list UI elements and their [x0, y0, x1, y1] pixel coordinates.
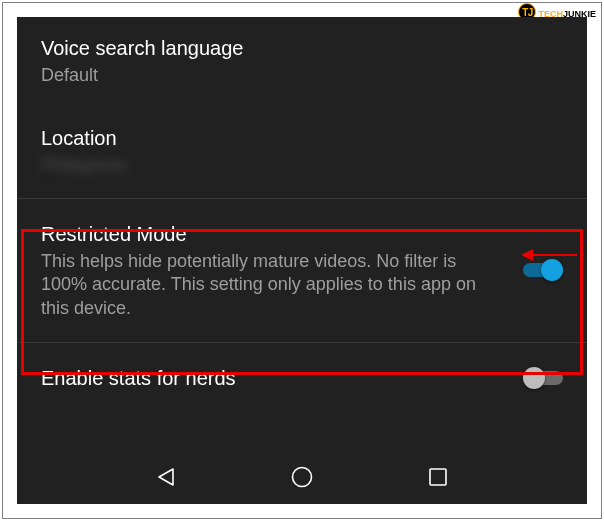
phone-screen: Voice search language Default Location P…: [17, 17, 587, 504]
settings-list: Voice search language Default Location P…: [17, 17, 587, 452]
triangle-back-icon: [155, 466, 177, 488]
setting-title: Location: [41, 125, 563, 152]
setting-value: Default: [41, 64, 563, 87]
setting-value-blurred: Philippines: [41, 154, 563, 177]
setting-title: Enable stats for nerds: [41, 365, 507, 392]
nav-recent-button[interactable]: [425, 464, 451, 490]
restricted-mode-toggle[interactable]: [523, 259, 563, 281]
setting-title: Restricted Mode: [41, 221, 507, 248]
nav-back-button[interactable]: [153, 464, 179, 490]
setting-restricted-mode[interactable]: Restricted Mode This helps hide potentia…: [17, 199, 587, 342]
setting-title: Voice search language: [41, 35, 563, 62]
svg-marker-2: [159, 469, 173, 485]
circle-home-icon: [290, 465, 314, 489]
setting-voice-search-language[interactable]: Voice search language Default: [17, 17, 587, 107]
svg-rect-4: [430, 469, 446, 485]
stats-for-nerds-toggle[interactable]: [523, 367, 563, 389]
nav-bar: [17, 452, 587, 504]
nav-home-button[interactable]: [289, 464, 315, 490]
setting-description: This helps hide potentially mature video…: [41, 250, 507, 320]
svg-point-3: [293, 468, 312, 487]
setting-stats-for-nerds[interactable]: Enable stats for nerds: [17, 343, 587, 412]
square-recent-icon: [428, 467, 448, 487]
setting-location[interactable]: Location Philippines: [17, 107, 587, 197]
